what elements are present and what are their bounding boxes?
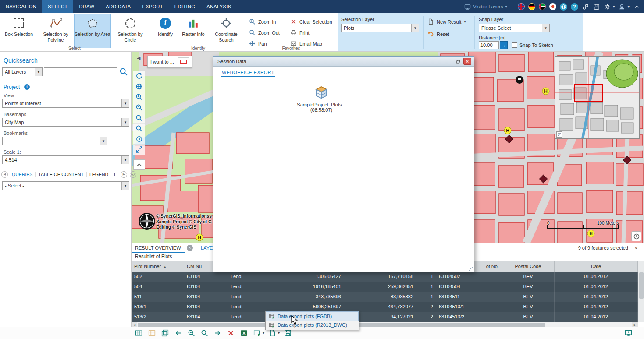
project-link[interactable]: Project (4, 84, 20, 90)
session-monitor-icon[interactable] (623, 328, 633, 338)
dropdown-caret-icon[interactable]: ▾ (121, 156, 129, 164)
new-result-button[interactable]: New Result ▾ (427, 18, 466, 25)
restore-icon[interactable] (454, 58, 462, 65)
selection-by-area-button[interactable]: Selection by Area (75, 14, 110, 48)
selection-by-circle-button[interactable]: Selection by Circle (112, 14, 148, 48)
menu-tab-export[interactable]: EXPORT (136, 0, 168, 13)
menu-tab-draw[interactable]: DRAW (73, 0, 100, 13)
minimize-icon[interactable]: – (444, 58, 452, 65)
report-export-caret-icon[interactable]: ▾ (278, 331, 280, 335)
settings-caret-icon[interactable]: ▾ (613, 4, 615, 9)
dropdown-caret-icon[interactable]: ▾ (542, 24, 549, 32)
collapse-toolbar-icon[interactable] (133, 159, 145, 170)
view-dropdown[interactable]: Points of Interest ▾ (2, 99, 129, 108)
selection-layer-dropdown[interactable]: Plots ▾ (341, 24, 419, 32)
settings-gear-icon[interactable] (604, 3, 611, 11)
flag-german-icon[interactable] (528, 3, 535, 10)
viewport-rectangle[interactable] (575, 84, 603, 102)
close-icon[interactable]: × (463, 58, 471, 65)
basemaps-dropdown[interactable]: City Map ▾ (2, 118, 129, 127)
zoom-out-map-button[interactable] (133, 102, 145, 113)
zoom-out-button[interactable]: Zoom Out (249, 29, 280, 36)
link-icon[interactable] (582, 3, 589, 11)
excel-export-icon[interactable] (239, 328, 249, 338)
close-result-icon[interactable]: × (187, 245, 193, 251)
tabs-target-icon[interactable] (130, 171, 136, 178)
history-clock-button[interactable] (631, 231, 641, 241)
table-row[interactable]: 513/263104Lend94,127021263104513/2BEV01.… (132, 312, 638, 322)
column-header[interactable]: Date (555, 261, 638, 272)
column-header[interactable]: Plot Number▲ (132, 261, 184, 272)
globe-icon[interactable] (560, 3, 567, 11)
zoom-in-button[interactable]: Zoom In (249, 18, 276, 25)
overview-map[interactable]: ◸ (555, 56, 640, 139)
print-button[interactable]: Print (290, 29, 310, 36)
next-record-icon[interactable] (213, 328, 223, 338)
flag-english-icon[interactable] (518, 3, 525, 10)
table-row[interactable]: 513/163104Lend5606,251697464,78207726310… (132, 302, 638, 312)
scale-dropdown[interactable]: 4,514 ▾ (2, 155, 129, 164)
coordinate-search-button[interactable]: Coordinate Search (209, 14, 244, 48)
tabs-prev-icon[interactable]: ◀ (1, 171, 8, 178)
tab-layer[interactable]: LAYE (201, 243, 213, 253)
identify-button[interactable]: i Identify (152, 14, 179, 48)
menu-tab-analysis[interactable]: ANALYSIS (201, 0, 237, 13)
center-map-button[interactable] (133, 134, 145, 145)
zoom-selection-button[interactable] (133, 124, 145, 134)
dropdown-caret-icon[interactable]: ▾ (121, 182, 129, 190)
menu-tab-editing[interactable]: EDITING (169, 0, 201, 13)
zoom-to-selection-icon[interactable] (199, 328, 210, 338)
table-row[interactable]: 51163104Lend343,73569683,985382163104511… (132, 292, 638, 302)
query-select-dropdown[interactable]: - Select - ▾ (2, 181, 129, 190)
dropdown-caret-icon[interactable]: ▾ (100, 137, 107, 145)
hydrant-marker[interactable]: H (196, 234, 203, 241)
previous-record-icon[interactable] (173, 328, 183, 338)
column-header[interactable]: Postal Code (502, 261, 555, 272)
flag-language-icon[interactable] (549, 3, 556, 10)
user-icon[interactable] (618, 3, 626, 11)
bookmarks-dropdown[interactable]: ▾ (2, 137, 107, 145)
quicksearch-title[interactable]: Quicksearch (4, 57, 38, 64)
data-grid-icon[interactable] (147, 328, 157, 338)
refresh-map-button[interactable] (133, 71, 145, 81)
raster-info-button[interactable]: Raster Info (180, 14, 207, 48)
hydrant-marker[interactable]: H (542, 88, 549, 95)
dropdown-caret-icon[interactable]: ▾ (35, 68, 42, 76)
tab-result-overview[interactable]: RESULT OVERVIEW (132, 243, 185, 253)
menu-tab-add-data[interactable]: ADD DATA (100, 0, 136, 13)
dialog-titlebar[interactable]: Session Data – × (213, 56, 474, 67)
zoom-in-map-button[interactable] (133, 92, 145, 102)
selection-by-polyline-button[interactable]: Selection by Polyline (38, 14, 74, 48)
info-icon[interactable]: i (24, 84, 30, 90)
collapse-ribbon-icon[interactable] (633, 3, 640, 11)
box-selection-button[interactable]: Box Selection (1, 14, 37, 48)
snap-layer-dropdown[interactable]: Please Select ▾ (479, 24, 550, 32)
help-icon[interactable]: ? (571, 3, 578, 11)
tab-weboffice-export[interactable]: WEBOFFICE EXPORT (221, 69, 275, 77)
menu-tab-navigation[interactable]: NAVIGATION (0, 0, 42, 13)
menu-item-export-fgdb[interactable]: Data export plots (FGDB) (266, 312, 358, 321)
search-layer-dropdown[interactable]: All Layers ▾ (2, 67, 43, 76)
resize-handle[interactable] (469, 266, 473, 271)
vertical-scrollbar[interactable] (638, 261, 644, 322)
zoom-to-record-icon[interactable] (186, 328, 196, 338)
search-icon[interactable] (119, 67, 128, 76)
i-want-to-widget[interactable]: I want to ... (147, 56, 192, 68)
tab-queries[interactable]: QUERIES (9, 172, 36, 177)
table-export-caret-icon[interactable]: ▾ (263, 331, 264, 335)
menu-item-export-dwg[interactable]: Data export plots (R2013_DWG) (266, 321, 358, 329)
visible-layers-control[interactable]: Visible Layers ▾ (464, 4, 507, 10)
dropdown-caret-icon[interactable]: ▾ (121, 118, 129, 126)
reset-button[interactable]: Reset (427, 31, 449, 37)
quicksearch-input[interactable] (44, 67, 117, 76)
user-caret-icon[interactable]: ▾ (627, 4, 630, 9)
new-result-caret-icon[interactable]: ▾ (464, 20, 466, 24)
menu-tab-select[interactable]: SELECT (42, 0, 73, 13)
overview-corner-icon[interactable]: ◸ (556, 131, 562, 138)
dropdown-caret-icon[interactable]: ▾ (411, 24, 419, 32)
apply-distance-button[interactable]: → (500, 41, 508, 49)
hydrant-marker[interactable]: H (504, 127, 511, 134)
save-icon[interactable] (593, 3, 600, 11)
zoom-previous-button[interactable] (133, 113, 145, 124)
remove-selection-icon[interactable] (226, 328, 236, 338)
